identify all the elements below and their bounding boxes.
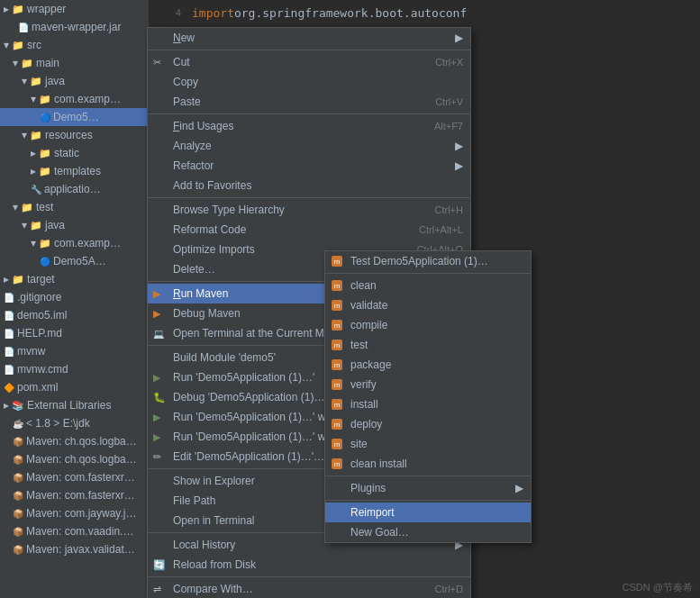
tree-item-logback2[interactable]: 📦 Maven: ch.qos.logba… — [0, 450, 149, 468]
svg-text:m: m — [334, 361, 341, 369]
tree-item-fasterxml1[interactable]: 📦 Maven: com.fasterxr… — [0, 468, 149, 486]
menu-item-cut[interactable]: ✂ Cut Ctrl+X — [148, 52, 470, 72]
maven-item-compile[interactable]: m compile — [325, 315, 531, 335]
tree-item-mvnw[interactable]: 📄 mvnw — [0, 342, 149, 360]
tree-item-test[interactable]: ▾ 📁 test — [0, 198, 149, 216]
maven-submenu-sep-3 — [325, 500, 531, 501]
maven-package-icon: m — [331, 358, 343, 371]
maven-item-package[interactable]: m package — [325, 355, 531, 375]
tree-item-vaadin[interactable]: 📦 Maven: com.vaadin.… — [0, 522, 149, 540]
maven-item-validate[interactable]: m validate — [325, 295, 531, 315]
tree-item-help[interactable]: 📄 HELP.md — [0, 324, 149, 342]
maven-submenu-sep-2 — [325, 476, 531, 476]
maven-item-clean[interactable]: m clean — [325, 276, 531, 295]
menu-item-reload[interactable]: 🔄 Reload from Disk — [148, 555, 470, 575]
tree-item-com-example[interactable]: ▾ 📁 com.examp… — [0, 90, 149, 108]
coverage-icon: ▶ — [153, 412, 160, 423]
tree-item-test-java[interactable]: ▾ 📁 java — [0, 216, 149, 234]
tree-item-static[interactable]: ▸ 📁 static — [0, 144, 149, 162]
svg-text:m: m — [334, 341, 341, 349]
maven-item-deploy[interactable]: m deploy — [325, 414, 531, 434]
maven-item-reimport[interactable]: Reimport — [325, 503, 531, 522]
menu-item-paste[interactable]: Paste Ctrl+V — [148, 92, 470, 112]
tree-item-test-com[interactable]: ▾ 📁 com.examp… — [0, 234, 149, 252]
maven-verify-icon: m — [331, 378, 343, 391]
maven-clean-install-icon: m — [331, 458, 343, 470]
tree-item-pom[interactable]: 🔶 pom.xml — [0, 378, 149, 396]
svg-text:m: m — [334, 282, 341, 290]
svg-text:m: m — [334, 322, 341, 330]
menu-separator-8 — [148, 576, 470, 577]
maven-submenu-sep-1 — [325, 273, 531, 274]
menu-item-find-usages[interactable]: Find Usages Alt+F7 — [148, 116, 470, 136]
svg-text:m: m — [334, 381, 341, 389]
debug-icon: 🐛 — [153, 392, 166, 403]
maven-item-clean-install[interactable]: m clean install — [325, 454, 531, 474]
compare-icon: ⇌ — [153, 584, 161, 595]
menu-item-browse-hierarchy[interactable]: Browse Type Hierarchy Ctrl+H — [148, 200, 470, 220]
svg-text:m: m — [334, 302, 341, 310]
tree-item-gitignore[interactable]: 📄 .gitignore — [0, 288, 149, 306]
tree-item-jayway[interactable]: 📦 Maven: com.jayway.j… — [0, 504, 149, 522]
menu-item-reformat[interactable]: Reformat Code Ctrl+Alt+L — [148, 220, 470, 240]
maven-test-icon: m — [331, 255, 343, 267]
watermark: CSDN @节奏希 — [623, 581, 693, 594]
tree-item-templates[interactable]: ▸ 📁 templates — [0, 162, 149, 180]
menu-item-compare[interactable]: ⇌ Compare With… Ctrl+D — [148, 579, 470, 598]
menu-item-analyze[interactable]: Analyze ▶ — [148, 136, 470, 156]
maven-deploy-icon: m — [331, 418, 343, 430]
maven-test2-icon: m — [331, 339, 343, 351]
jfr-icon: ▶ — [153, 431, 160, 443]
maven-clean-icon: m — [331, 279, 343, 292]
tree-item-logback1[interactable]: 📦 Maven: ch.qos.logba… — [0, 432, 149, 450]
maven-item-site[interactable]: m site — [325, 434, 531, 454]
tree-item-wrapper[interactable]: ▸ 📁 wrapper — [0, 0, 149, 18]
svg-text:m: m — [334, 460, 341, 468]
svg-text:m: m — [334, 440, 341, 448]
tree-item-target[interactable]: ▸ 📁 target — [0, 270, 149, 288]
reload-icon: 🔄 — [153, 559, 166, 571]
run-icon: ▶ — [153, 372, 160, 384]
tree-item-fasterxml2[interactable]: 📦 Maven: com.fasterxr… — [0, 486, 149, 504]
menu-item-new[interactable]: New ▶ — [148, 28, 470, 48]
tree-item-maven-wrapper[interactable]: 📄 maven-wrapper.jar — [0, 18, 149, 36]
maven-item-test[interactable]: m test — [325, 335, 531, 355]
menu-separator-1 — [148, 50, 470, 50]
maven-item-test-demo5[interactable]: m Test Demo5Application (1)… — [325, 251, 531, 271]
debug-maven-icon: ▶ — [153, 308, 160, 320]
tree-item-main[interactable]: ▾ 📁 main — [0, 54, 149, 72]
tree-item-mvnw-cmd[interactable]: 📄 mvnw.cmd — [0, 360, 149, 378]
maven-item-new-goal[interactable]: New Goal… — [325, 522, 531, 542]
maven-item-install[interactable]: m install — [325, 394, 531, 414]
menu-separator-3 — [148, 197, 470, 198]
cut-icon: ✂ — [153, 57, 161, 68]
tree-item-external-libs[interactable]: ▸ 📚 External Libraries — [0, 396, 149, 414]
menu-separator-2 — [148, 113, 470, 114]
tree-item-resources[interactable]: ▾ 📁 resources — [0, 126, 149, 144]
maven-compile-icon: m — [331, 319, 343, 331]
maven-install-icon: m — [331, 398, 343, 411]
tree-item-iml[interactable]: 📄 demo5.iml — [0, 306, 149, 324]
code-line-4: 4 import org.springframework.boot.autoco… — [156, 4, 693, 22]
maven-validate-icon: m — [331, 299, 343, 312]
svg-text:m: m — [334, 258, 341, 266]
tree-item-demo5a[interactable]: 🔵 Demo5A… — [0, 252, 149, 270]
edit-icon: ✏ — [153, 451, 161, 463]
svg-text:m: m — [334, 421, 341, 429]
menu-item-add-favorites[interactable]: Add to Favorites — [148, 176, 470, 195]
menu-item-refactor[interactable]: Refactor ▶ — [148, 156, 470, 176]
tree-item-jdk[interactable]: ☕ < 1.8 > E:\jdk — [0, 414, 149, 432]
menu-item-copy[interactable]: Copy — [148, 72, 470, 92]
run-maven-icon: ▶ — [153, 288, 160, 300]
maven-item-plugins[interactable]: Plugins ▶ — [325, 478, 531, 498]
maven-item-verify[interactable]: m verify — [325, 375, 531, 394]
maven-site-icon: m — [331, 438, 343, 450]
terminal-maven-icon: 💻 — [153, 329, 164, 339]
tree-item-validator[interactable]: 📦 Maven: javax.validat… — [0, 540, 149, 558]
maven-submenu: m Test Demo5Application (1)… m clean m v… — [324, 250, 532, 543]
tree-item-demo5app[interactable]: 🔵 Demo5… — [0, 108, 149, 126]
tree-item-application[interactable]: 🔧 applicatio… — [0, 180, 149, 198]
tree-item-src[interactable]: ▾ 📁 src — [0, 36, 149, 54]
svg-text:m: m — [334, 401, 341, 409]
tree-item-java[interactable]: ▾ 📁 java — [0, 72, 149, 90]
